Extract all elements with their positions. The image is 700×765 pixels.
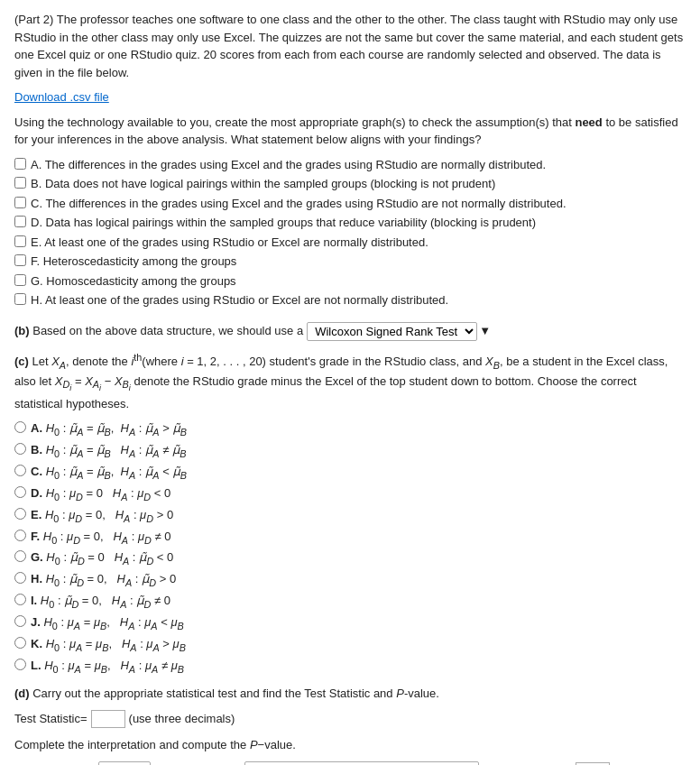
radio-hyp-E[interactable]: [14, 508, 26, 520]
instruction-paragraph: Using the technology available to you, c…: [14, 114, 686, 149]
prob-select[interactable]: observing stronger evidence to support t…: [244, 761, 479, 765]
option-B-text: B. Data does not have logical pairings w…: [31, 175, 495, 193]
hyp-D-text: D. H0 : μD = 0 HA : μD < 0: [31, 484, 170, 504]
option-H-text: H. At least one of the grades using RStu…: [31, 291, 448, 309]
hyp-C: C. H0 : μ̃A = μ̃B, HA : μ̃A < μ̃B: [14, 463, 686, 483]
hyp-I-text: I. H0 : μ̃D = 0, HA : μ̃D ≠ 0: [31, 592, 170, 612]
assuming-label: Assuming H0 is: [14, 760, 95, 765]
hyp-A: A. H0 : μ̃A = μ̃B, HA : μ̃A > μ̃B: [14, 419, 686, 439]
option-E: E. At least one of the grades using RStu…: [14, 234, 686, 252]
hyp-H-text: H. H0 : μ̃D = 0, HA : μ̃D > 0: [31, 570, 176, 590]
radio-hyp-G[interactable]: [14, 550, 26, 562]
part2-description: (Part 2) The professor teaches one softw…: [14, 11, 686, 81]
option-C: C. The differences in the grades using E…: [14, 195, 686, 213]
part-c-description: (c) Let XA, denote the ith(where i = 1, …: [14, 350, 686, 413]
radio-hyp-H[interactable]: [14, 572, 26, 584]
checkbox-E[interactable]: [14, 235, 26, 247]
option-F-text: F. Heteroscedasticity among the groups: [31, 253, 236, 271]
radio-hyp-D[interactable]: [14, 486, 26, 498]
option-A-text: A. The differences in the grades using E…: [31, 156, 546, 174]
hyp-C-text: C. H0 : μ̃A = μ̃B, HA : μ̃A < μ̃B: [31, 463, 187, 483]
checkbox-F[interactable]: [14, 254, 26, 266]
hyp-L-text: L. H0 : μA = μB, HA : μA ≠ μB: [31, 657, 184, 677]
option-B: B. Data does not have logical pairings w…: [14, 175, 686, 193]
part-b-row: (b) Based on the above data structure, w…: [14, 322, 686, 341]
hyp-B-text: B. H0 : μ̃A = μ̃B HA : μ̃A ≠ μ̃B: [31, 441, 186, 461]
null-input[interactable]: [576, 762, 610, 765]
checkbox-G[interactable]: [14, 274, 26, 286]
option-G: G. Homoscedasticity among the groups: [14, 272, 686, 290]
radio-hyp-I[interactable]: [14, 594, 26, 605]
part-b-select[interactable]: Wilcoxon Signed Rank Test 2-sample T tes…: [307, 322, 477, 341]
hyp-G: G. H0 : μ̃D = 0 HA : μ̃D < 0: [14, 548, 686, 568]
radio-hyp-F[interactable]: [14, 530, 26, 541]
hyp-I: I. H0 : μ̃D = 0, HA : μ̃D ≠ 0: [14, 592, 686, 612]
hyp-F-text: F. H0 : μD = 0, HA : μD ≠ 0: [31, 528, 170, 548]
download-link-paragraph: Download .csv file: [14, 88, 686, 106]
radio-hyp-K[interactable]: [14, 637, 26, 649]
checkbox-A[interactable]: [14, 158, 26, 170]
hyp-E: E. H0 : μD = 0, HA : μD > 0: [14, 506, 686, 526]
option-F: F. Heteroscedasticity among the groups: [14, 253, 686, 271]
part-b-section: (b) Based on the above data structure, w…: [14, 322, 686, 341]
radio-hyp-J[interactable]: [14, 615, 26, 627]
assuming-select[interactable]: true false: [98, 761, 151, 765]
hyp-K-text: K. H0 : μA = μB, HA : μA > μB: [31, 635, 186, 655]
checkbox-H[interactable]: [14, 293, 26, 305]
checkbox-B[interactable]: [14, 177, 26, 189]
part2-text: (Part 2) The professor teaches one softw…: [14, 13, 683, 79]
test-stat-row: Test Statistic= (use three decimals): [14, 710, 686, 729]
hyp-F: F. H0 : μD = 0, HA : μD ≠ 0: [14, 528, 686, 548]
option-C-text: C. The differences in the grades using E…: [31, 195, 566, 213]
hypotheses-group: A. H0 : μ̃A = μ̃B, HA : μ̃A > μ̃B B. H0 …: [14, 419, 686, 676]
hyp-H: H. H0 : μ̃D = 0, HA : μ̃D > 0: [14, 570, 686, 590]
hyp-K: K. H0 : μA = μB, HA : μA > μB: [14, 635, 686, 655]
hyp-G-text: G. H0 : μ̃D = 0 HA : μ̃D < 0: [31, 548, 173, 568]
hyp-L: L. H0 : μA = μB, HA : μA ≠ μB: [14, 657, 686, 677]
radio-hyp-L[interactable]: [14, 659, 26, 670]
checkbox-C[interactable]: [14, 197, 26, 208]
test-stat-label: Test Statistic=: [14, 710, 88, 729]
test-stat-hint: (use three decimals): [129, 710, 235, 729]
hyp-E-text: E. H0 : μD = 0, HA : μD > 0: [31, 506, 173, 526]
download-csv-link[interactable]: Download .csv file: [14, 90, 109, 104]
checkbox-D[interactable]: [14, 216, 26, 227]
option-G-text: G. Homoscedasticity among the groups: [31, 272, 236, 290]
part-b-label: (b) Based on the above data structure, w…: [14, 322, 303, 341]
radio-hyp-A[interactable]: [14, 421, 26, 433]
hyp-B: B. H0 : μ̃A = μ̃B HA : μ̃A ≠ μ̃B: [14, 441, 686, 461]
part-d-label: (d) Carry out the appropriate statistica…: [14, 685, 686, 703]
part-c-section: (c) Let XA, denote the ith(where i = 1, …: [14, 350, 686, 677]
hyp-J: J. H0 : μA = μB, HA : μA < μB: [14, 613, 686, 633]
option-D-text: D. Data has logical pairings within the …: [31, 214, 536, 232]
option-H: H. At least one of the grades using RStu…: [14, 291, 686, 309]
test-stat-input[interactable]: [91, 710, 125, 728]
radio-hyp-B[interactable]: [14, 443, 26, 455]
hyp-A-text: A. H0 : μ̃A = μ̃B, HA : μ̃A > μ̃B: [31, 419, 187, 439]
radio-hyp-C[interactable]: [14, 465, 26, 476]
null-label: null hypothesis is: [483, 761, 572, 765]
hyp-J-text: J. H0 : μA = μB, HA : μA < μB: [31, 613, 184, 633]
option-E-text: E. At least one of the grades using RStu…: [31, 234, 428, 252]
option-A: A. The differences in the grades using E…: [14, 156, 686, 174]
option-D: D. Data has logical pairings within the …: [14, 214, 686, 232]
prob-label: the probability of: [154, 761, 240, 765]
chevron-icon: ▼: [479, 322, 491, 341]
options-group: A. The differences in the grades using E…: [14, 156, 686, 309]
hyp-D: D. H0 : μD = 0 HA : μD < 0: [14, 484, 686, 504]
part2-section: (Part 2) The professor teaches one softw…: [14, 11, 686, 309]
p-value-row: Assuming H0 is true false the probabilit…: [14, 760, 686, 765]
interp-label: Complete the interpretation and compute …: [14, 736, 686, 754]
part-d-section: (d) Carry out the appropriate statistica…: [14, 685, 686, 765]
